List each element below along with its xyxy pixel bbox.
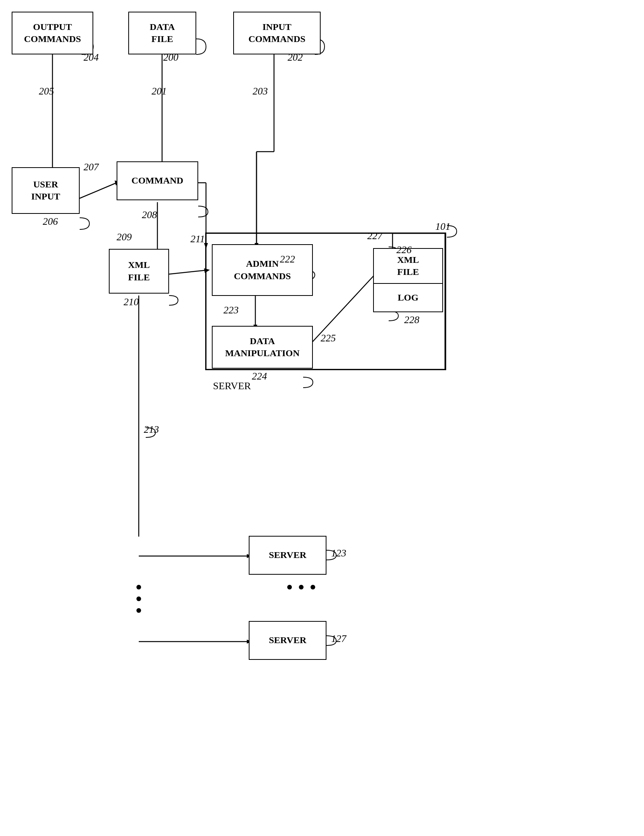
svg-point-33: [287, 585, 292, 589]
user-input-box: USERINPUT: [12, 167, 80, 214]
server-label: SERVER: [213, 380, 251, 392]
ref-226: 226: [396, 244, 412, 256]
svg-line-9: [80, 183, 117, 198]
ref-228: 228: [404, 314, 419, 326]
svg-point-30: [136, 585, 141, 589]
diagram-lines: [0, 0, 644, 836]
ref-202: 202: [288, 52, 303, 63]
input-commands-box: INPUTCOMMANDS: [233, 12, 321, 54]
ref-208: 208: [142, 209, 157, 221]
diagram: OUTPUTCOMMANDS DATAFILE INPUTCOMMANDS US…: [0, 0, 644, 836]
svg-line-16: [169, 270, 206, 274]
ref-213: 213: [144, 424, 159, 435]
ref-224: 224: [252, 371, 267, 382]
log-box: LOG: [373, 283, 443, 312]
ref-207: 207: [84, 161, 99, 173]
ref-227: 227: [367, 230, 382, 242]
admin-commands-box: ADMINCOMMANDS: [212, 244, 313, 296]
ref-223: 223: [223, 304, 239, 316]
ref-127: 127: [331, 633, 346, 645]
svg-point-34: [299, 585, 304, 589]
ref-204: 204: [84, 52, 99, 63]
ref-225: 225: [321, 332, 336, 344]
output-commands-box: OUTPUTCOMMANDS: [12, 12, 93, 54]
svg-point-32: [136, 608, 141, 613]
ref-210: 210: [124, 296, 139, 308]
data-file-box: DATAFILE: [128, 12, 196, 54]
svg-point-35: [311, 585, 315, 589]
server-127-box: SERVER: [249, 621, 326, 660]
ref-200: 200: [163, 52, 178, 63]
ref-211: 211: [190, 233, 205, 245]
server-123-box: SERVER: [249, 536, 326, 575]
ref-206: 206: [43, 216, 58, 227]
command-box: COMMAND: [117, 161, 198, 200]
ref-222: 222: [280, 254, 295, 265]
data-manipulation-box: DATAMANIPULATION: [212, 326, 313, 369]
ref-123: 123: [331, 547, 346, 559]
svg-point-31: [136, 596, 141, 601]
ref-205: 205: [39, 86, 54, 97]
ref-201: 201: [152, 86, 167, 97]
ref-209: 209: [117, 231, 132, 243]
xml-file-1-box: XMLFILE: [109, 249, 169, 294]
ref-203: 203: [253, 86, 268, 97]
ref-101: 101: [435, 221, 450, 233]
